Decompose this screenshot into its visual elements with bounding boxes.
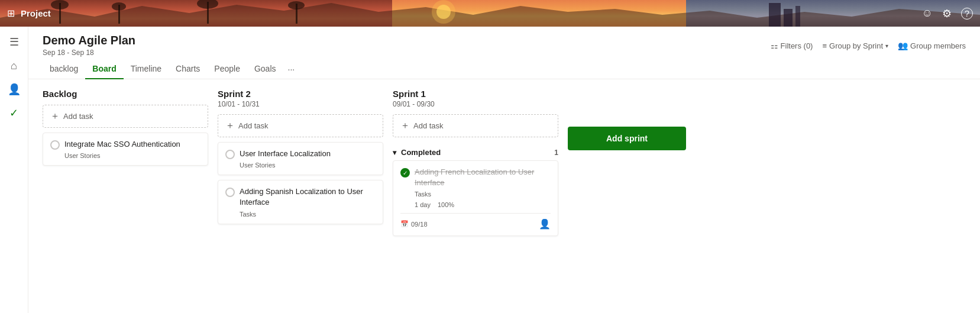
sprint1-dates: 09/01 - 09/30 bbox=[393, 100, 558, 108]
board-area: Backlog ＋ Add task Integrate Mac SSO Aut… bbox=[28, 79, 980, 313]
progress-meta: 100% bbox=[438, 201, 454, 208]
sprint2-header: Sprint 2 10/01 - 10/31 bbox=[218, 89, 383, 108]
task-status-circle bbox=[225, 188, 235, 197]
task-title: User Interface Localization bbox=[240, 149, 331, 159]
sprint2-dates: 10/01 - 10/31 bbox=[218, 100, 383, 108]
group-by-sprint-button[interactable]: ≡ Group by Sprint ▾ bbox=[822, 41, 888, 50]
group-icon: ≡ bbox=[822, 41, 827, 50]
task-card[interactable]: Adding Spanish Localization to User Inte… bbox=[218, 180, 383, 224]
task-title: Integrate Mac SSO Authentication bbox=[64, 139, 180, 150]
tab-goals[interactable]: Goals bbox=[247, 59, 283, 79]
filters-button[interactable]: ⚏ Filters (0) bbox=[771, 41, 813, 50]
completed-label: Completed bbox=[401, 148, 441, 157]
tab-timeline[interactable]: Timeline bbox=[124, 59, 169, 79]
tab-grid[interactable]: backlog bbox=[43, 59, 85, 79]
main-layout: ☰ ⌂ 👤 ✓ Demo Agile Plan Sep 18 - Sep 18 … bbox=[0, 27, 980, 313]
chevron-down-icon: ▾ bbox=[393, 149, 396, 157]
group-members-label: Group members bbox=[910, 41, 966, 50]
task-status-circle bbox=[225, 150, 235, 159]
tab-board[interactable]: Board bbox=[85, 59, 123, 79]
plus-icon: ＋ bbox=[400, 120, 410, 132]
top-actions: ⚏ Filters (0) ≡ Group by Sprint ▾ 👥 Grou… bbox=[771, 34, 966, 50]
add-sprint-area: Add sprint bbox=[568, 108, 686, 304]
sprint1-header: Sprint 1 09/01 - 09/30 bbox=[393, 89, 558, 108]
sidebar-check-icon[interactable]: ✓ bbox=[4, 102, 25, 124]
task-type: Tasks bbox=[240, 211, 376, 218]
project-title: Demo Agile Plan bbox=[43, 34, 135, 47]
tab-people[interactable]: People bbox=[207, 59, 247, 79]
project-dates: Sep 18 - Sep 18 bbox=[43, 49, 135, 57]
filter-icon: ⚏ bbox=[771, 41, 778, 50]
people-icon: 👥 bbox=[898, 41, 908, 50]
sprint1-title: Sprint 1 bbox=[393, 89, 558, 99]
content-area: Demo Agile Plan Sep 18 - Sep 18 ⚏ Filter… bbox=[28, 27, 980, 313]
card-person-icon: 👤 bbox=[539, 218, 551, 230]
task-type: Tasks bbox=[415, 191, 551, 198]
backlog-title: Backlog bbox=[43, 89, 208, 99]
project-title-area: Demo Agile Plan Sep 18 - Sep 18 bbox=[43, 34, 135, 57]
add-task-label: Add task bbox=[238, 121, 269, 130]
add-task-label: Add task bbox=[63, 112, 93, 121]
task-card[interactable]: User Interface Localization User Stories bbox=[218, 142, 383, 175]
gear-icon[interactable]: ⚙ bbox=[942, 7, 952, 20]
project-header: Demo Agile Plan Sep 18 - Sep 18 ⚏ Filter… bbox=[28, 27, 980, 57]
sidebar: ☰ ⌂ 👤 ✓ bbox=[0, 27, 28, 313]
group-by-label: Group by Sprint bbox=[829, 41, 883, 50]
task-card[interactable]: Integrate Mac SSO Authentication User St… bbox=[43, 133, 208, 166]
sprint2-column: Sprint 2 10/01 - 10/31 ＋ Add task User I… bbox=[218, 89, 383, 304]
sprint2-title: Sprint 2 bbox=[218, 89, 383, 99]
chevron-down-icon: ▾ bbox=[885, 43, 888, 49]
duration-meta: 1 day bbox=[415, 201, 431, 208]
task-status-circle bbox=[50, 140, 60, 150]
card-footer: 📅 09/18 👤 bbox=[400, 213, 551, 230]
completed-card[interactable]: ✓ Adding French Localization to User Int… bbox=[393, 160, 558, 236]
project-banner: ⊞ Project ☺ ⚙ ? bbox=[0, 0, 980, 27]
add-task-label: Add task bbox=[413, 121, 444, 130]
backlog-column: Backlog ＋ Add task Integrate Mac SSO Aut… bbox=[43, 89, 208, 304]
calendar-icon: 📅 bbox=[400, 220, 409, 228]
tab-charts[interactable]: Charts bbox=[169, 59, 207, 79]
task-type: User Stories bbox=[240, 162, 376, 169]
card-meta: 1 day 100% bbox=[415, 201, 551, 208]
sidebar-person-icon[interactable]: 👤 bbox=[4, 79, 25, 100]
completed-header[interactable]: ▾ Completed 1 bbox=[393, 144, 558, 160]
add-sprint-button[interactable]: Add sprint bbox=[568, 127, 686, 150]
backlog-header: Backlog bbox=[43, 89, 208, 99]
help-icon[interactable]: ? bbox=[961, 8, 973, 20]
backlog-add-task-button[interactable]: ＋ Add task bbox=[43, 105, 208, 128]
nav-tabs: backlog Board Timeline Charts People Goa… bbox=[28, 59, 980, 79]
top-right-icons: ☺ ⚙ ? bbox=[922, 7, 973, 20]
waffle-icon[interactable]: ⊞ bbox=[7, 8, 15, 19]
sprint1-column: Sprint 1 09/01 - 09/30 ＋ Add task ▾ Comp… bbox=[393, 89, 558, 304]
filters-label: Filters (0) bbox=[781, 41, 813, 50]
group-members-button[interactable]: 👥 Group members bbox=[898, 41, 966, 50]
nav-more-button[interactable]: ··· bbox=[283, 60, 300, 79]
plus-icon: ＋ bbox=[225, 120, 235, 132]
completed-section: ▾ Completed 1 ✓ Adding French Localizati… bbox=[393, 144, 558, 241]
smiley-icon[interactable]: ☺ bbox=[922, 7, 933, 20]
task-completed-circle: ✓ bbox=[400, 168, 410, 178]
sprint2-add-task-button[interactable]: ＋ Add task bbox=[218, 114, 383, 137]
sidebar-menu-icon[interactable]: ☰ bbox=[4, 31, 25, 53]
sidebar-home-icon[interactable]: ⌂ bbox=[4, 55, 25, 76]
sprint1-add-task-button[interactable]: ＋ Add task bbox=[393, 114, 558, 137]
task-title-completed: Adding French Localization to User Inter… bbox=[415, 167, 551, 188]
app-title: Project bbox=[21, 8, 51, 18]
plus-icon: ＋ bbox=[50, 110, 60, 122]
task-type: User Stories bbox=[64, 152, 200, 159]
card-date: 📅 09/18 bbox=[400, 220, 428, 228]
completed-count: 1 bbox=[554, 149, 558, 157]
task-title: Adding Spanish Localization to User Inte… bbox=[240, 186, 376, 208]
